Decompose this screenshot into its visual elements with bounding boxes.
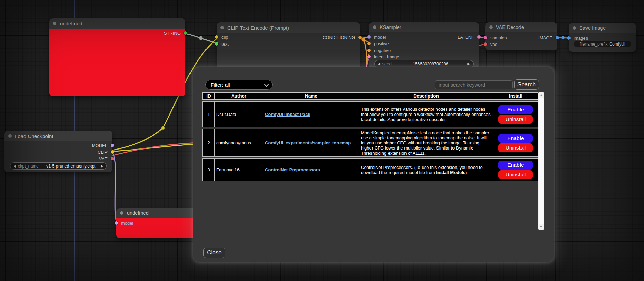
- output-port-latent[interactable]: LATENT: [458, 35, 481, 39]
- seed-decrement-icon[interactable]: ◀: [378, 62, 380, 66]
- port-dot[interactable]: [556, 36, 559, 39]
- port-dot[interactable]: [111, 150, 114, 154]
- node-title-bar[interactable]: CLIP Text Encode (Prompt): [217, 22, 360, 33]
- description-bold-text: Install Models: [436, 170, 465, 175]
- cell-author: Fannovel16: [215, 158, 263, 181]
- port-dot[interactable]: [367, 35, 371, 39]
- extension-link[interactable]: ControlNet Preprocessors: [265, 167, 320, 172]
- search-button[interactable]: Search: [514, 79, 539, 90]
- uninstall-button[interactable]: Uninstall: [498, 170, 533, 179]
- search-input[interactable]: [435, 80, 513, 89]
- port-dot[interactable]: [184, 31, 187, 35]
- extension-link[interactable]: ComfyUI Impact Pack: [265, 112, 310, 117]
- scrollbar-up-icon[interactable]: [540, 94, 543, 96]
- output-port-clip[interactable]: CLIP: [98, 150, 114, 154]
- cell-description: ControlNet Preprocessors. (To use this e…: [359, 158, 493, 181]
- ckpt-increment-icon[interactable]: ▶: [101, 164, 103, 168]
- output-port-model[interactable]: MODEL: [92, 143, 114, 148]
- filter-select[interactable]: Filter: all: [205, 80, 273, 90]
- node-title-bar[interactable]: Load Checkpoint: [4, 131, 112, 141]
- port-dot[interactable]: [484, 36, 487, 39]
- seed-increment-icon[interactable]: ▶: [467, 62, 470, 66]
- header-id: ID: [202, 92, 215, 100]
- port-dot[interactable]: [477, 35, 481, 39]
- cell-install: Enable Uninstall: [493, 101, 538, 127]
- node-title-bar[interactable]: undefined: [49, 18, 185, 29]
- input-port-vae[interactable]: vae: [484, 42, 497, 47]
- node-title-bar[interactable]: Save Image: [569, 23, 636, 33]
- scrollbar-down-icon[interactable]: [540, 226, 542, 228]
- node-body: images filename_prefix ComfyUI: [569, 33, 636, 52]
- input-port-clip[interactable]: clip: [215, 35, 228, 39]
- node-title: undefined: [60, 21, 82, 27]
- reroute-dot-yellow: [161, 126, 165, 130]
- node-title-bar[interactable]: KSampler: [369, 22, 479, 32]
- port-dot[interactable]: [367, 55, 371, 58]
- input-port-model[interactable]: model: [115, 221, 133, 225]
- port-label: CLIP: [98, 150, 108, 155]
- port-dot[interactable]: [111, 144, 114, 147]
- description-text: ): [465, 170, 467, 175]
- input-port-samples[interactable]: samples: [484, 35, 507, 40]
- port-dot[interactable]: [367, 49, 371, 52]
- port-label: negative: [374, 48, 391, 53]
- node-ksampler[interactable]: KSampler model positive negative latent_…: [369, 22, 479, 72]
- uninstall-button[interactable]: Uninstall: [498, 115, 533, 124]
- extension-link[interactable]: ComfyUI_experiments/sampler_tonemap: [265, 140, 351, 145]
- table-row: 3 Fannovel16 ControlNet Preprocessors Co…: [202, 158, 538, 181]
- port-label: latent_image: [374, 54, 399, 59]
- output-port-vae[interactable]: VAE: [99, 156, 114, 161]
- output-port-conditioning[interactable]: CONDITIONING: [323, 35, 362, 40]
- node-load-checkpoint[interactable]: Load Checkpoint MODEL CLIP VAE ◀ ckpt_na…: [4, 131, 112, 172]
- node-save-image[interactable]: Save Image images filename_prefix ComfyU…: [569, 23, 636, 52]
- port-dot[interactable]: [567, 36, 571, 40]
- node-clip-text-encode[interactable]: CLIP Text Encode (Prompt) clip text COND…: [217, 22, 360, 73]
- port-dot[interactable]: [115, 221, 118, 225]
- ckpt-name-widget[interactable]: ◀ ckpt_name v1-5-pruned-emaonly.ckpt ▶: [10, 162, 107, 170]
- input-port-negative[interactable]: negative: [367, 48, 391, 53]
- output-port-string[interactable]: STRING: [164, 31, 187, 35]
- cell-name: ControlNet Preprocessors: [263, 158, 359, 181]
- enable-button[interactable]: Enable: [498, 134, 533, 143]
- input-port-model[interactable]: model: [367, 35, 386, 39]
- port-dot[interactable]: [367, 42, 371, 45]
- cell-id: 3: [202, 158, 215, 181]
- input-port-text[interactable]: text: [215, 41, 229, 46]
- port-label: LATENT: [458, 35, 474, 40]
- output-port-image[interactable]: IMAGE: [538, 35, 559, 40]
- enable-button[interactable]: Enable: [498, 161, 533, 170]
- input-port-latent-image[interactable]: latent_image: [367, 54, 399, 59]
- scrollbar-thumb[interactable]: [539, 98, 544, 224]
- node-title: KSampler: [380, 24, 401, 30]
- close-button[interactable]: Close: [203, 248, 225, 258]
- input-port-positive[interactable]: positive: [367, 41, 389, 46]
- widget-value: v1-5-pruned-emaonly.ckpt: [41, 164, 101, 169]
- cell-description: This extension offers various detector n…: [359, 101, 493, 127]
- enable-button[interactable]: Enable: [498, 105, 533, 114]
- input-port-images[interactable]: images: [567, 36, 588, 40]
- port-dot[interactable]: [111, 157, 114, 160]
- uninstall-button[interactable]: Uninstall: [498, 143, 533, 152]
- widget-label: filename_prefix: [580, 42, 607, 47]
- seed-widget[interactable]: ◀ seed 156680208700286 ▶: [374, 60, 474, 67]
- port-label: text: [221, 41, 229, 47]
- node-title-bar[interactable]: VAE Decode: [485, 22, 557, 32]
- node-vae-decode[interactable]: VAE Decode samples vae IMAGE: [485, 22, 557, 50]
- extension-table-wrap: ID Author Name Description Install 1 Dr.…: [202, 92, 544, 230]
- port-dot[interactable]: [358, 36, 362, 39]
- port-label: positive: [374, 41, 389, 46]
- filter-dropdown-wrap: Filter: all: [205, 80, 273, 90]
- node-title: Save Image: [579, 25, 606, 31]
- table-scrollbar[interactable]: [538, 92, 544, 230]
- node-status-dot-icon: [8, 134, 12, 138]
- wire-cond-down: [363, 40, 367, 68]
- node-status-dot-icon: [573, 26, 576, 30]
- port-dot[interactable]: [215, 42, 218, 46]
- port-dot[interactable]: [215, 35, 218, 39]
- filename-prefix-widget[interactable]: filename_prefix ComfyUI: [574, 41, 631, 47]
- ckpt-decrement-icon[interactable]: ◀: [13, 164, 16, 168]
- node-undefined-top[interactable]: undefined STRING: [49, 18, 185, 96]
- table-row: 2 comfyanonymous ComfyUI_experiments/sam…: [202, 129, 538, 157]
- port-dot[interactable]: [484, 42, 487, 46]
- port-label: VAE: [99, 156, 108, 161]
